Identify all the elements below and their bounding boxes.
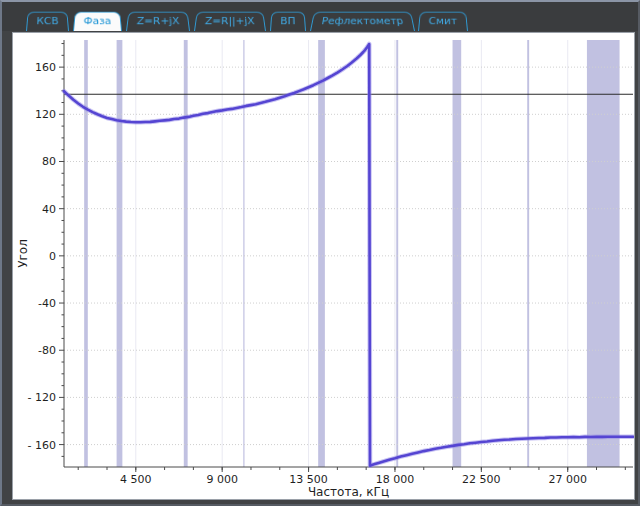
phase-chart[interactable]: 4 5009 00013 50018 00022 50027 000160120… [13, 33, 634, 499]
x-tick-label: 9 000 [206, 473, 238, 486]
y-tick-label: -80 [38, 344, 56, 357]
phase-curve [64, 44, 633, 466]
y-axis-label: Угол [16, 239, 30, 268]
ham-band-highlight [84, 40, 88, 467]
tab-faza[interactable]: Фаза [73, 12, 122, 31]
tab-smith[interactable]: Смит [418, 12, 468, 31]
tab-z-series[interactable]: Z=R+jX [126, 12, 190, 31]
x-tick-label: 4 500 [120, 473, 152, 486]
x-axis-label: Частота, кГц [308, 485, 389, 499]
ham-band-highlight [527, 40, 529, 467]
ham-band-highlight [587, 40, 620, 467]
y-tick-label: 120 [35, 108, 56, 121]
y-tick-label: 80 [42, 155, 56, 168]
y-tick-label: - 120 [28, 391, 56, 404]
tab-reflectometer[interactable]: Рефлектометр [310, 12, 415, 31]
x-tick-label: 22 500 [462, 473, 501, 486]
ham-band-highlight [184, 40, 188, 467]
tab-vp[interactable]: ВП [270, 12, 306, 31]
tab-bar: КСВФазаZ=R+jXZ=R||+jXВПРефлектометрСмит [2, 2, 638, 31]
ham-band-highlight [318, 40, 325, 467]
tab-ksv[interactable]: КСВ [26, 12, 69, 31]
ham-band-highlight [396, 40, 398, 467]
y-tick-label: 40 [42, 203, 56, 216]
tab-z-parallel[interactable]: Z=R||+jX [194, 12, 266, 31]
chart-panel: 4 5009 00013 50018 00022 50027 000160120… [12, 32, 635, 500]
ham-band-highlight [453, 40, 462, 467]
ham-band-highlight [117, 40, 123, 467]
y-tick-label: 160 [35, 61, 56, 74]
y-tick-label: 0 [49, 250, 56, 263]
y-tick-label: - 160 [28, 439, 56, 452]
y-tick-label: -40 [38, 297, 56, 310]
phase-curve-halo [64, 44, 633, 466]
x-tick-label: 27 000 [548, 473, 587, 486]
app-window: КСВФазаZ=R+jXZ=R||+jXВПРефлектометрСмит … [0, 0, 640, 506]
